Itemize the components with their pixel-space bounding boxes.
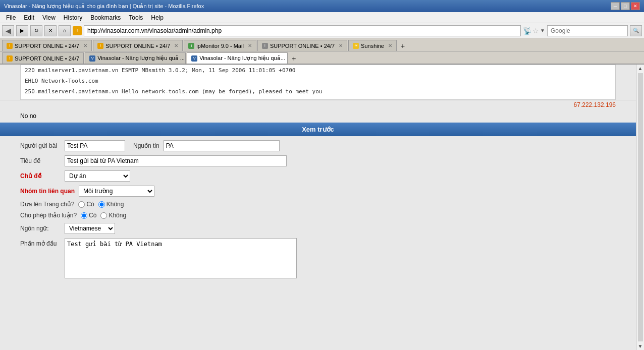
menu-bar: File Edit View History Bookmarks Tools H… bbox=[0, 12, 644, 23]
tabs-row-1: ! SUPPORT ONLINE • 24/7 ✕ ! SUPPORT ONLI… bbox=[0, 38, 644, 51]
refresh-button[interactable]: ↻ bbox=[30, 25, 42, 36]
nguoi-gui-bai-row: Người gửi bài Nguồn tin bbox=[20, 140, 616, 151]
tab-favicon-4: ! bbox=[262, 43, 268, 49]
tab-sunshine[interactable]: ☀ Sunshine ✕ bbox=[348, 40, 397, 51]
tab-favicon-1: ! bbox=[7, 43, 13, 49]
ip-address-bar: 67.222.132.196 bbox=[0, 100, 636, 109]
stop-button[interactable]: ✕ bbox=[44, 25, 57, 36]
dua-len-co-text: Có bbox=[86, 201, 94, 208]
tab-vinasolar-2[interactable]: V Vinasolar - Năng lượng hiệu quả... ✕ bbox=[187, 52, 288, 64]
menu-tools[interactable]: Tools bbox=[125, 13, 147, 22]
tab-favicon-3: i bbox=[188, 43, 194, 49]
tab-support-1[interactable]: ! SUPPORT ONLINE • 24/7 ✕ bbox=[2, 40, 92, 51]
phan-mo-dau-row: Phần mở đầu Test gửi bài từ PA Vietnam bbox=[20, 238, 616, 278]
tab-label-4: SUPPORT ONLINE • 24/7 bbox=[270, 43, 335, 49]
phan-mo-dau-label: Phần mở đầu bbox=[20, 238, 61, 247]
tieu-de-label: Tiêu đề bbox=[20, 157, 61, 164]
ngon-ngu-label: Ngôn ngữ: bbox=[20, 225, 61, 232]
tab-label-1: SUPPORT ONLINE • 24/7 bbox=[15, 43, 79, 49]
tab-favicon-6: ! bbox=[7, 55, 13, 62]
dua-len-co-label[interactable]: Có bbox=[78, 201, 94, 208]
tab-label-2: SUPPORT ONLINE • 24/7 bbox=[105, 43, 170, 49]
cho-phep-co-label[interactable]: Có bbox=[81, 212, 96, 219]
tab-close-4[interactable]: ✕ bbox=[339, 43, 343, 48]
email-content-box: 220 mailserver1.pavietnam.vn ESMTP MBsmi… bbox=[20, 65, 616, 100]
back-button[interactable]: ◀ bbox=[2, 25, 14, 36]
tab-label-8: Vinasolar - Năng lượng hiệu quả... bbox=[199, 55, 285, 62]
xem-truoc-label: Xem trước bbox=[302, 126, 334, 133]
forward-button[interactable]: ▶ bbox=[16, 25, 28, 36]
tab-close-5[interactable]: ✕ bbox=[388, 43, 392, 48]
menu-edit[interactable]: Edit bbox=[20, 13, 38, 22]
menu-view[interactable]: View bbox=[38, 13, 60, 22]
tab-vinasolar-1[interactable]: V Vinasolar - Năng lượng hiệu quả ... ✕ bbox=[85, 52, 186, 64]
dua-len-row: Đưa lên Trang chủ? Có Không bbox=[20, 201, 616, 208]
restore-button[interactable]: □ bbox=[621, 2, 630, 10]
email-line-1: 220 mailserver1.pavietnam.vn ESMTP MBsmi… bbox=[21, 65, 615, 76]
minimize-button[interactable]: ─ bbox=[611, 2, 620, 10]
xem-truoc-header: Xem trước bbox=[0, 123, 636, 136]
dropdown-icon[interactable]: ▼ bbox=[540, 28, 545, 33]
rss-icon: 📡 bbox=[523, 27, 531, 35]
ngon-ngu-select[interactable]: Vietnamese English bbox=[65, 223, 115, 234]
tab-close-3[interactable]: ✕ bbox=[248, 43, 252, 48]
menu-help[interactable]: Help bbox=[147, 13, 168, 22]
scroll-down-arrow[interactable]: ▼ bbox=[637, 342, 644, 350]
dua-len-khong-label[interactable]: Không bbox=[98, 201, 124, 208]
tab-label-3: ipMonitor 9.0 - Mail bbox=[196, 43, 244, 49]
new-tab-button-2[interactable]: + bbox=[289, 53, 299, 64]
nhom-tin-row: Nhóm tin liên quan Môi trường Xã hội Côn… bbox=[20, 186, 616, 197]
scroll-up-arrow[interactable]: ▲ bbox=[637, 65, 644, 72]
no-no-text: No no bbox=[20, 112, 36, 120]
dua-len-radio-group: Có Không bbox=[78, 201, 124, 208]
nhom-tin-label: Nhóm tin liên quan bbox=[20, 188, 75, 195]
home-button[interactable]: ⌂ bbox=[59, 25, 71, 36]
ip-address: 67.222.132.196 bbox=[574, 101, 616, 108]
nguoi-gui-bai-input[interactable] bbox=[65, 140, 125, 151]
tab-support-2[interactable]: ! SUPPORT ONLINE • 24/7 ✕ bbox=[93, 40, 183, 51]
close-button[interactable]: ✕ bbox=[631, 2, 640, 10]
main-scrollbar[interactable]: ▲ ▼ bbox=[636, 65, 644, 350]
dua-len-co-radio[interactable] bbox=[78, 201, 85, 208]
menu-history[interactable]: History bbox=[60, 13, 86, 22]
tab-support-3[interactable]: ! SUPPORT ONLINE • 24/7 ✕ bbox=[257, 40, 347, 51]
cho-phep-khong-label[interactable]: Không bbox=[100, 212, 126, 219]
window-controls: ─ □ ✕ bbox=[611, 2, 640, 10]
window-title: Vinasolar - Năng lượng hiệu quả cho gia … bbox=[4, 3, 204, 10]
email-line-2: EHLO Network-Tools.com bbox=[21, 76, 615, 86]
cho-phep-khong-text: Không bbox=[109, 212, 126, 219]
dua-len-khong-radio[interactable] bbox=[98, 201, 105, 208]
phan-mo-dau-textarea[interactable]: Test gửi bài từ PA Vietnam bbox=[65, 238, 297, 278]
chu-de-label: Chủ đề bbox=[20, 172, 61, 180]
tab-label-5: Sunshine bbox=[361, 43, 384, 49]
scroll-track[interactable] bbox=[638, 73, 643, 341]
cho-phep-label: Cho phép thảo luận? bbox=[20, 212, 77, 219]
address-input[interactable] bbox=[84, 25, 521, 36]
tab-favicon-8: V bbox=[191, 55, 197, 62]
tab-close-2[interactable]: ✕ bbox=[174, 43, 178, 48]
email-line-3: 250-mailserver4.pavietnam.vn Hello netwo… bbox=[21, 86, 615, 97]
search-button[interactable]: 🔍 bbox=[630, 25, 642, 36]
nguon-tin-label: Nguồn tin bbox=[133, 142, 159, 149]
cho-phep-khong-radio[interactable] bbox=[100, 212, 107, 219]
tab-ipmonitor[interactable]: i ipMonitor 9.0 - Mail ✕ bbox=[184, 40, 256, 51]
tieu-de-row: Tiêu đề bbox=[20, 155, 616, 166]
address-bar: ◀ ▶ ↻ ✕ ⌂ ! 📡 ☆ ▼ 🔍 bbox=[0, 23, 644, 38]
tab-support-4[interactable]: ! SUPPORT ONLINE • 24/7 bbox=[2, 52, 84, 64]
tabs-row-2: ! SUPPORT ONLINE • 24/7 V Vinasolar - Nă… bbox=[0, 51, 644, 65]
menu-bookmarks[interactable]: Bookmarks bbox=[86, 13, 125, 22]
cho-phep-co-radio[interactable] bbox=[81, 212, 87, 219]
chu-de-row: Chủ đề Dự án Tin tức Sự kiện bbox=[20, 170, 616, 182]
nguoi-gui-bai-label: Người gửi bài bbox=[20, 142, 61, 149]
chu-de-select[interactable]: Dự án Tin tức Sự kiện bbox=[65, 170, 130, 182]
search-input[interactable] bbox=[547, 25, 628, 36]
nhom-tin-select[interactable]: Môi trường Xã hội Công nghệ bbox=[79, 186, 154, 197]
form-section: Người gửi bài Nguồn tin Tiêu đề Chủ đề D… bbox=[0, 136, 636, 286]
tab-close-1[interactable]: ✕ bbox=[83, 43, 87, 48]
menu-file[interactable]: File bbox=[2, 13, 20, 22]
new-tab-button[interactable]: + bbox=[398, 41, 408, 51]
title-bar: Vinasolar - Năng lượng hiệu quả cho gia … bbox=[0, 0, 644, 12]
nguon-tin-input[interactable] bbox=[164, 140, 280, 151]
favicon-address: ! bbox=[73, 26, 82, 35]
tieu-de-input[interactable] bbox=[65, 155, 287, 166]
